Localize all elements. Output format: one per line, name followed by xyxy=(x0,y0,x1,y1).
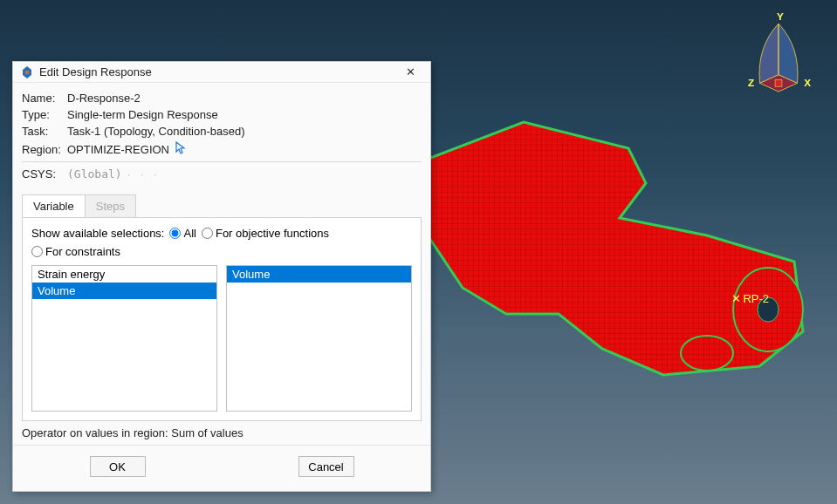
available-variables-listbox[interactable]: Strain energyVolume xyxy=(31,265,217,412)
filter-radio-constraints[interactable] xyxy=(31,246,43,257)
list-item[interactable]: Volume xyxy=(32,283,216,299)
type-value: Single-term Design Response xyxy=(67,108,218,121)
tab-strip: Variable Steps xyxy=(22,194,422,217)
region-pick-icon[interactable] xyxy=(175,141,187,158)
dialog-titlebar[interactable]: Edit Design Response ✕ xyxy=(13,62,430,83)
filter-radio-all[interactable] xyxy=(169,228,181,239)
list-item[interactable]: Volume xyxy=(227,266,411,283)
divider xyxy=(22,161,422,162)
svg-point-3 xyxy=(681,336,733,371)
filter-label: Show available selections: xyxy=(31,227,164,240)
svg-rect-11 xyxy=(25,71,29,74)
svg-text:X: X xyxy=(804,77,811,88)
dialog-button-row: OK Cancel xyxy=(13,445,430,491)
task-label: Task: xyxy=(22,125,67,138)
dialog-title: Edit Design Response xyxy=(39,65,397,78)
reference-point-marker-icon: ✕ xyxy=(731,292,741,305)
name-label: Name: xyxy=(22,92,67,105)
svg-rect-6 xyxy=(775,79,782,86)
svg-text:Y: Y xyxy=(777,12,784,22)
tab-body-variable: Show available selections: All For objec… xyxy=(22,217,422,421)
csys-label: CSYS: xyxy=(22,167,67,180)
close-icon: ✕ xyxy=(406,65,415,78)
ok-button[interactable]: OK xyxy=(90,456,146,477)
chosen-variables-listbox[interactable]: Volume xyxy=(226,265,412,412)
cancel-button[interactable]: Cancel xyxy=(298,456,354,477)
reference-point-label: ✕RP-2 xyxy=(731,292,769,305)
edit-design-response-dialog: Edit Design Response ✕ Name: D-Response-… xyxy=(12,61,431,492)
tab-steps: Steps xyxy=(85,194,136,217)
filter-option-constraints[interactable]: For constraints xyxy=(31,245,120,258)
operator-text: Operator on values in region: Sum of val… xyxy=(13,426,430,445)
name-value: D-Response-2 xyxy=(67,92,141,105)
region-value: OPTIMIZE-REGION xyxy=(67,143,169,156)
type-label: Type: xyxy=(22,108,67,121)
filter-option-objective[interactable]: For objective functions xyxy=(202,227,329,240)
list-item[interactable]: Strain energy xyxy=(32,266,216,283)
csys-pick-icons[interactable]: · · · xyxy=(127,167,161,180)
close-button[interactable]: ✕ xyxy=(397,63,423,82)
dialog-app-icon xyxy=(20,65,34,79)
filter-row: Show available selections: All For objec… xyxy=(31,227,412,258)
task-value: Task-1 (Topology, Condition-based) xyxy=(67,125,245,138)
region-label: Region: xyxy=(22,143,67,156)
filter-option-all[interactable]: All xyxy=(169,227,196,240)
tab-variable[interactable]: Variable xyxy=(22,194,86,217)
csys-value: (Global) xyxy=(67,167,122,180)
listboxes-container: Strain energyVolume Volume xyxy=(31,265,412,412)
filter-radio-objective[interactable] xyxy=(202,228,213,239)
axis-triad[interactable]: Y X Z xyxy=(744,12,813,108)
svg-text:Z: Z xyxy=(748,77,754,88)
dialog-info-block: Name: D-Response-2 Type: Single-term Des… xyxy=(13,83,430,191)
